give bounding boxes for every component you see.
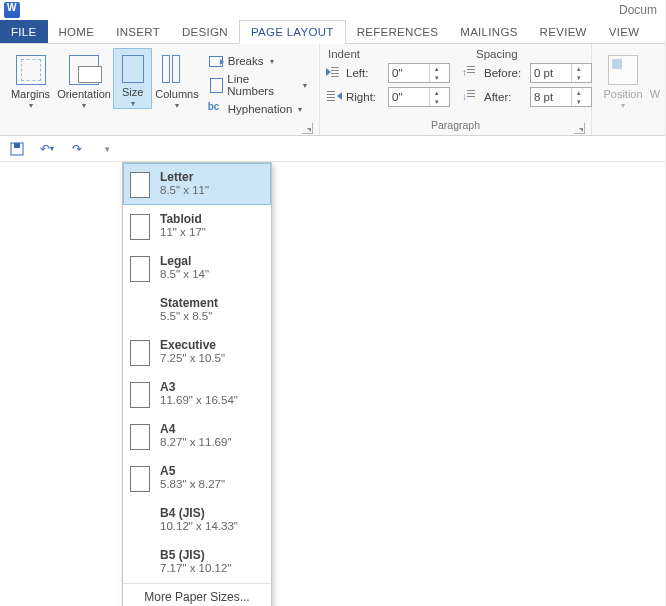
group-paragraph: Indent Spacing Left: ▴▾ Before: ▴▾	[320, 44, 592, 135]
svg-rect-1	[14, 143, 20, 148]
size-option-dims: 7.25" x 10.5"	[160, 352, 225, 364]
redo-button[interactable]: ↷	[68, 140, 86, 158]
size-option-name: A5	[160, 464, 225, 478]
paragraph-launcher[interactable]	[574, 123, 585, 134]
size-option-b4-jis-[interactable]: B4 (JIS)10.12" x 14.33"	[123, 499, 271, 541]
indent-left-icon	[326, 65, 342, 81]
size-label: Size	[122, 86, 143, 98]
ribbon-tabs: FILE HOME INSERT DESIGN PAGE LAYOUT REFE…	[0, 20, 665, 44]
chevron-down-icon: ▾	[105, 144, 110, 154]
title-bar: Docum	[0, 0, 665, 20]
chevron-down-icon: ▾	[82, 102, 86, 110]
indent-left-value[interactable]	[389, 67, 429, 79]
document-area[interactable]: Letter8.5" x 11"Tabloid11" x 17"Legal8.5…	[0, 162, 665, 606]
ribbon: Margins ▾ Orientation ▾ Size ▾ Columns ▾	[0, 44, 665, 136]
position-icon	[608, 55, 638, 85]
document-title: Docum	[619, 3, 661, 17]
size-button[interactable]: Size ▾	[113, 48, 152, 109]
columns-button[interactable]: Columns ▾	[152, 48, 201, 111]
quick-access-toolbar: ↶▾ ↷ ▾	[0, 136, 665, 162]
spin-down-icon[interactable]: ▾	[572, 73, 585, 82]
size-option-b5-jis-[interactable]: B5 (JIS)7.17" x 10.12"	[123, 541, 271, 583]
chevron-down-icon: ▾	[175, 102, 179, 110]
wrap-text-button[interactable]: W	[648, 48, 662, 101]
tab-review[interactable]: REVIEW	[529, 20, 598, 43]
size-option-executive[interactable]: Executive7.25" x 10.5"	[123, 331, 271, 373]
redo-icon: ↷	[72, 142, 82, 156]
hyphenation-label: Hyphenation	[228, 103, 293, 115]
tab-page-layout[interactable]: PAGE LAYOUT	[239, 20, 346, 44]
indent-left-label: Left:	[346, 67, 384, 79]
breaks-icon	[208, 53, 224, 69]
columns-icon	[162, 55, 192, 85]
chevron-down-icon: ▾	[29, 102, 33, 110]
chevron-down-icon: ▾	[270, 57, 274, 66]
tab-view[interactable]: VIEW	[598, 20, 651, 43]
spin-down-icon[interactable]: ▾	[430, 73, 443, 82]
page-icon	[130, 424, 150, 450]
line-numbers-button[interactable]: Line Numbers ▾	[206, 74, 309, 96]
size-option-a5[interactable]: A55.83" x 8.27"	[123, 457, 271, 499]
orientation-button[interactable]: Orientation ▾	[55, 48, 113, 111]
customize-qat-button[interactable]: ▾	[98, 140, 116, 158]
margins-button[interactable]: Margins ▾	[6, 48, 55, 111]
wrap-text-label: W	[650, 88, 660, 100]
group-page-setup: Margins ▾ Orientation ▾ Size ▾ Columns ▾	[0, 44, 320, 135]
undo-button[interactable]: ↶▾	[38, 140, 56, 158]
position-button[interactable]: Position ▾	[598, 48, 648, 111]
chevron-down-icon: ▾	[131, 100, 135, 108]
page-icon	[130, 214, 150, 240]
size-option-name: A4	[160, 422, 231, 436]
size-option-dims: 11" x 17"	[160, 226, 206, 238]
size-option-dims: 5.83" x 8.27"	[160, 478, 225, 490]
indent-right-value[interactable]	[389, 91, 429, 103]
page-icon	[130, 256, 150, 282]
spin-down-icon[interactable]: ▾	[572, 97, 585, 106]
size-option-dims: 7.17" x 10.12"	[160, 562, 231, 574]
size-option-name: B4 (JIS)	[160, 506, 238, 520]
size-option-dims: 8.5" x 11"	[160, 184, 209, 196]
tab-insert[interactable]: INSERT	[105, 20, 171, 43]
tab-references[interactable]: REFERENCES	[346, 20, 450, 43]
paragraph-group-label: Paragraph	[431, 119, 480, 131]
hyphenation-button[interactable]: bc Hyphenation ▾	[206, 98, 309, 120]
size-option-name: A3	[160, 380, 238, 394]
save-button[interactable]	[8, 140, 26, 158]
wrap-text-icon	[648, 55, 662, 85]
size-option-statement[interactable]: Statement5.5" x 8.5"	[123, 289, 271, 331]
tab-home[interactable]: HOME	[48, 20, 106, 43]
size-dropdown: Letter8.5" x 11"Tabloid11" x 17"Legal8.5…	[122, 162, 272, 606]
chevron-down-icon: ▾	[621, 102, 625, 110]
spacing-before-input[interactable]: ▴▾	[530, 63, 592, 83]
size-option-letter[interactable]: Letter8.5" x 11"	[123, 163, 271, 205]
tab-file[interactable]: FILE	[0, 20, 48, 43]
size-option-dims: 11.69" x 16.54"	[160, 394, 238, 406]
size-option-a4[interactable]: A48.27" x 11.69"	[123, 415, 271, 457]
spin-up-icon[interactable]: ▴	[430, 64, 443, 73]
size-option-tabloid[interactable]: Tabloid11" x 17"	[123, 205, 271, 247]
spacing-after-input[interactable]: ▴▾	[530, 87, 592, 107]
indent-right-icon	[326, 89, 342, 105]
size-option-dims: 8.5" x 14"	[160, 268, 209, 280]
size-option-a3[interactable]: A311.69" x 16.54"	[123, 373, 271, 415]
indent-right-input[interactable]: ▴▾	[388, 87, 450, 107]
tab-mailings[interactable]: MAILINGS	[449, 20, 528, 43]
spacing-before-value[interactable]	[531, 67, 571, 79]
breaks-button[interactable]: Breaks ▾	[206, 50, 309, 72]
spin-down-icon[interactable]: ▾	[430, 97, 443, 106]
indent-left-input[interactable]: ▴▾	[388, 63, 450, 83]
spin-up-icon[interactable]: ▴	[572, 88, 585, 97]
spacing-after-value[interactable]	[531, 91, 571, 103]
page-setup-launcher[interactable]	[302, 123, 313, 134]
size-icon	[122, 55, 144, 83]
line-numbers-icon	[208, 77, 224, 93]
spin-up-icon[interactable]: ▴	[430, 88, 443, 97]
tab-design[interactable]: DESIGN	[171, 20, 239, 43]
more-paper-sizes[interactable]: More Paper Sizes...	[123, 583, 271, 606]
orientation-icon	[69, 55, 99, 85]
size-option-legal[interactable]: Legal8.5" x 14"	[123, 247, 271, 289]
chevron-down-icon: ▾	[303, 81, 307, 90]
size-option-dims: 8.27" x 11.69"	[160, 436, 231, 448]
indent-right-label: Right:	[346, 91, 384, 103]
spin-up-icon[interactable]: ▴	[572, 64, 585, 73]
